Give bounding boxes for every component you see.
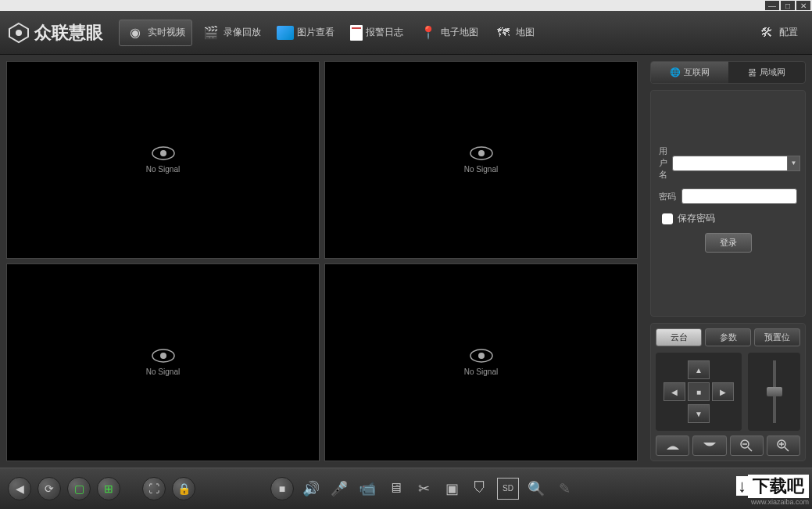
nav-image-view[interactable]: 图片查看	[270, 23, 341, 43]
ptz-stop-button[interactable]: ■	[688, 382, 710, 401]
tab-label: 互联网	[684, 66, 710, 78]
password-label: 密码	[659, 191, 677, 203]
iris-close-button[interactable]	[656, 436, 689, 456]
nav-emap[interactable]: 📍 电子地图	[413, 20, 485, 45]
camera-icon: ◉	[126, 23, 145, 42]
next-page-button[interactable]: ⟳	[38, 477, 61, 500]
save-password-checkbox[interactable]	[662, 213, 673, 224]
video-cell-2[interactable]: No Signal	[324, 61, 638, 259]
svg-point-1	[16, 30, 22, 36]
globe-icon: 🌐	[670, 67, 681, 77]
username-dropdown-button[interactable]: ▼	[788, 156, 800, 171]
save-password-row: 保存密码	[659, 212, 797, 225]
nav-label: 配置	[779, 26, 798, 39]
monitor-icon[interactable]: 🖥	[385, 478, 406, 500]
logo-icon	[8, 22, 30, 44]
ptz-dpad: ▲ ▼ ◀ ▶ ■	[656, 353, 742, 431]
mic-icon[interactable]: 🎤	[328, 478, 350, 500]
clapperboard-icon: 🎬	[202, 23, 220, 42]
ptz-body: ▲ ▼ ◀ ▶ ■	[656, 353, 800, 431]
app-logo: 众联慧眼	[8, 21, 103, 45]
record-icon[interactable]: 📹	[356, 478, 378, 500]
window-titlebar: — □ ✕	[0, 0, 812, 11]
video-cell-4[interactable]: No Signal	[324, 263, 638, 461]
close-button[interactable]: ✕	[796, 1, 810, 10]
ptz-up-button[interactable]: ▲	[688, 360, 710, 379]
username-row: 用户名 ▼	[659, 145, 797, 181]
svg-line-11	[748, 447, 752, 451]
login-panel: 用户名 ▼ 密码 保存密码 登录	[650, 90, 806, 317]
eye-icon	[470, 349, 493, 363]
fullscreen-button[interactable]: ⛶	[142, 477, 166, 500]
download-arrow-icon: ↓	[736, 476, 748, 496]
tab-label: 局域网	[760, 66, 785, 78]
nav-playback[interactable]: 🎬 录像回放	[195, 20, 267, 45]
eye-icon	[152, 146, 175, 160]
nav-label: 录像回放	[224, 26, 261, 39]
ptz-down-button[interactable]: ▼	[688, 404, 710, 423]
nav-label: 电子地图	[441, 26, 478, 39]
video-grid: No Signal No Signal No Signal No Signal	[0, 55, 644, 468]
password-input[interactable]	[681, 188, 797, 204]
main-nav: ◉ 实时视频 🎬 录像回放 图片查看 报警日志 📍 电子地图 🗺 地图	[119, 20, 541, 46]
display-zoom-icon[interactable]: 🔍	[525, 478, 547, 500]
slider-thumb[interactable]	[767, 387, 782, 396]
prev-page-button[interactable]: ◀	[8, 477, 31, 500]
no-signal-label: No Signal	[146, 165, 180, 174]
username-label: 用户名	[659, 145, 667, 181]
nav-alarm-log[interactable]: 报警日志	[344, 22, 410, 44]
username-input[interactable]	[672, 156, 788, 171]
zoom-out-button[interactable]	[730, 436, 764, 456]
network-tabs: 🌐 互联网 몲 局域网	[650, 61, 806, 84]
lan-icon: 몲	[748, 66, 757, 78]
minimize-button[interactable]: —	[765, 1, 779, 10]
ptz-tab-ptz[interactable]: 云台	[656, 328, 702, 346]
ptz-tab-preset[interactable]: 预置位	[754, 328, 800, 346]
video-cell-1[interactable]: No Signal	[6, 61, 320, 259]
sd-icon[interactable]: SD	[497, 478, 519, 500]
lock-button[interactable]: 🔒	[172, 477, 195, 500]
ptz-panel: 云台 参数 预置位 ▲ ▼ ◀ ▶ ■	[650, 323, 806, 461]
edit-icon[interactable]: ✎	[553, 478, 575, 500]
ptz-tabs: 云台 参数 预置位	[656, 328, 800, 346]
cut-icon[interactable]: ✂	[413, 478, 435, 500]
nav-label: 报警日志	[366, 26, 403, 39]
shield-icon[interactable]: ⛉	[469, 478, 491, 500]
main-content: No Signal No Signal No Signal No Signal …	[0, 55, 812, 468]
ptz-bottom-row	[656, 436, 800, 456]
login-button[interactable]: 登录	[705, 233, 752, 253]
zoom-in-button[interactable]	[767, 436, 800, 456]
ptz-tab-param[interactable]: 参数	[705, 328, 751, 346]
wrench-icon: 🛠	[757, 23, 776, 42]
maximize-button[interactable]: □	[781, 1, 795, 10]
ptz-left-button[interactable]: ◀	[664, 382, 685, 401]
ptz-speed-slider[interactable]	[748, 353, 800, 431]
snapshot-icon[interactable]: ▣	[441, 478, 463, 500]
watermark: ↓下载吧 www.xiazaiba.com	[736, 475, 809, 506]
tab-internet[interactable]: 🌐 互联网	[651, 62, 728, 83]
stop-button[interactable]: ■	[270, 477, 294, 500]
pin-icon: 📍	[419, 23, 438, 42]
nav-live-video[interactable]: ◉ 实时视频	[119, 20, 192, 46]
layout-4-button[interactable]: ⊞	[97, 477, 120, 500]
svg-point-5	[478, 150, 485, 156]
nav-config[interactable]: 🛠 配置	[751, 20, 804, 45]
main-header: 众联慧眼 ◉ 实时视频 🎬 录像回放 图片查看 报警日志 📍 电子地图 🗺 地图…	[0, 11, 812, 55]
video-cell-3[interactable]: No Signal	[6, 263, 320, 461]
password-row: 密码	[659, 188, 797, 204]
svg-point-3	[160, 150, 166, 156]
svg-line-14	[785, 447, 789, 451]
ptz-right-button[interactable]: ▶	[712, 382, 734, 401]
save-password-label: 保存密码	[678, 212, 715, 225]
eye-icon	[470, 146, 493, 160]
tab-lan[interactable]: 몲 局域网	[728, 62, 806, 83]
no-signal-label: No Signal	[146, 367, 180, 376]
no-signal-label: No Signal	[464, 367, 498, 376]
volume-icon[interactable]: 🔊	[300, 478, 322, 500]
nav-map[interactable]: 🗺 地图	[488, 20, 541, 45]
map-icon: 🗺	[494, 23, 513, 42]
side-panel: 🌐 互联网 몲 局域网 用户名 ▼ 密码	[644, 55, 812, 468]
footer-toolbar: ◀ ⟳ ▢ ⊞ ⛶ 🔒 ■ 🔊 🎤 📹 🖥 ✂ ▣ ⛉ SD 🔍 ✎	[0, 468, 812, 508]
iris-open-button[interactable]	[692, 436, 726, 456]
layout-1-button[interactable]: ▢	[67, 477, 91, 500]
